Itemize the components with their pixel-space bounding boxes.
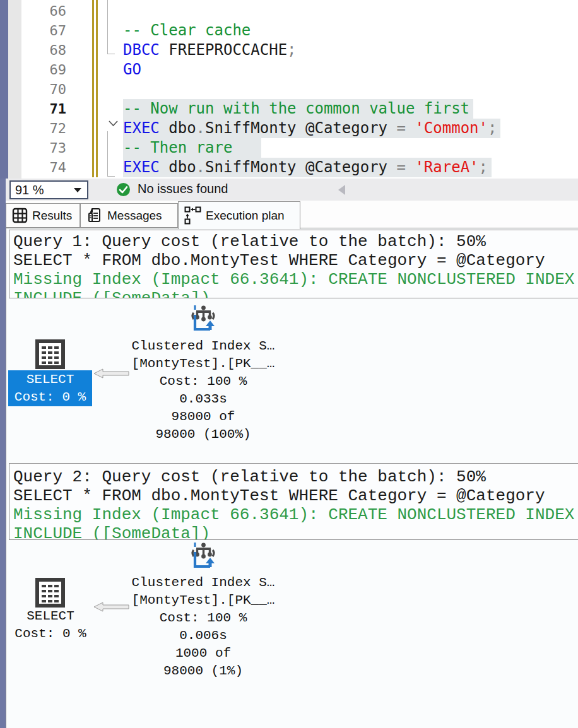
left-window-strip-lower	[0, 179, 6, 728]
scan-node-stat-line: [MontyTest].[PK__…	[102, 355, 304, 373]
code-text: -- Now run with the common value first	[123, 99, 473, 119]
outline-guide-bottom	[107, 131, 115, 177]
collapse-chevron-icon[interactable]	[107, 119, 119, 129]
scan-node-stat-line: 98000 of	[102, 408, 304, 426]
missing-index-text: Missing Index (Impact 66.3641): CREATE N…	[13, 270, 578, 289]
query-cost-text: Query 2: Query cost (relative to the bat…	[13, 467, 578, 486]
line-number: 66	[8, 1, 66, 21]
scan-node-stat-line: 1000 of	[102, 645, 304, 662]
missing-index-text: Missing Index (Impact 66.3641): CREATE N…	[13, 505, 578, 524]
missing-index-text: INCLUDE ([SomeData])	[13, 524, 578, 540]
tab-results[interactable]: Results	[6, 203, 80, 228]
results-tab-bar: Results Messages Execution plan	[6, 201, 578, 228]
code-text: EXEC dbo.SniffMonty @Category = 'RareA';	[123, 158, 492, 177]
track-changes-bar-2	[96, 0, 98, 177]
sql-editor[interactable]: 6667-- Clear cache68DBCC FREEPROCCACHE;6…	[8, 0, 578, 179]
code-text: EXEC dbo.SniffMonty @Category = 'Common'…	[123, 119, 500, 138]
tab-execution-plan-label: Execution plan	[206, 209, 285, 223]
query1-header: Query 1: Query cost (relative to the bat…	[9, 230, 578, 298]
line-number: 72	[8, 119, 66, 138]
zoom-level-value: 91 %	[11, 183, 74, 197]
scan-node-stat-line: 0.033s	[102, 390, 304, 408]
scan-node-stat-line: Cost: 100 %	[102, 373, 304, 390]
query-cost-text: Query 1: Query cost (relative to the bat…	[13, 232, 578, 251]
tab-results-label: Results	[32, 209, 72, 223]
scan-node-stat-line: Clustered Index S…	[102, 574, 304, 592]
select-node-cost: Cost: 0 %	[6, 625, 95, 643]
tab-execution-plan[interactable]: Execution plan	[178, 201, 300, 229]
clustered-index-scan-node-query1[interactable]: Clustered Index S…[MontyTest].[PK__…Cost…	[102, 338, 304, 443]
line-number: 68	[8, 40, 66, 60]
code-text: -- Clear cache	[123, 21, 251, 40]
select-node-query1[interactable]: SELECT Cost: 0 %	[8, 370, 92, 406]
scroll-left-icon[interactable]	[338, 185, 345, 195]
outline-guide-top	[107, 0, 115, 54]
scan-node-stat-line: 98000 (1%)	[102, 662, 304, 680]
code-text: -- Then rare	[123, 138, 261, 158]
scan-node-stat-line: 98000 (100%)	[102, 426, 304, 443]
select-node-query2[interactable]: SELECT Cost: 0 %	[6, 608, 95, 643]
scan-node-stat-line: 0.006s	[102, 627, 304, 645]
results-grid-icon	[12, 208, 28, 223]
scan-node-stat-line: Cost: 100 %	[102, 609, 304, 627]
select-node-label: SELECT	[6, 608, 95, 625]
query2-header: Query 2: Query cost (relative to the bat…	[9, 463, 578, 540]
scan-node-stat-line: [MontyTest].[PK__…	[102, 592, 304, 609]
clustered-index-scan-node-query2[interactable]: Clustered Index S…[MontyTest].[PK__…Cost…	[102, 574, 304, 680]
clustered-index-scan-icon-query2[interactable]	[187, 541, 218, 574]
check-circle-icon	[117, 183, 130, 196]
execution-plan-pane[interactable]: Query 1: Query cost (relative to the bat…	[6, 228, 578, 728]
clustered-index-scan-icon-query1[interactable]	[187, 303, 218, 337]
issues-status-text: No issues found	[138, 182, 228, 196]
line-number: 74	[8, 158, 66, 177]
line-number: 73	[8, 138, 66, 158]
query-cost-text: SELECT * FROM dbo.MontyTest WHERE Catego…	[13, 486, 578, 505]
execution-plan-icon	[184, 206, 201, 225]
line-number: 70	[8, 79, 66, 99]
code-text: DBCC FREEPROCCACHE;	[123, 40, 297, 60]
track-changes-bar	[92, 0, 94, 177]
result-table-icon[interactable]	[35, 339, 65, 372]
dropdown-caret-icon[interactable]	[74, 188, 81, 192]
line-number: 67	[8, 21, 66, 40]
editor-status-bar: 91 % No issues found	[6, 179, 578, 201]
code-text: GO	[123, 60, 141, 79]
scan-node-stat-line: Clustered Index S…	[102, 338, 304, 355]
messages-icon	[86, 207, 103, 224]
missing-index-text: INCLUDE ([SomeData])	[13, 289, 578, 298]
query-cost-text: SELECT * FROM dbo.MontyTest WHERE Catego…	[13, 251, 578, 270]
line-number: 69	[8, 60, 66, 79]
line-number: 71	[8, 99, 66, 119]
zoom-level-dropdown[interactable]: 91 %	[9, 180, 88, 199]
tab-messages[interactable]: Messages	[80, 203, 178, 228]
left-window-strip	[0, 0, 8, 179]
select-node-cost: Cost: 0 %	[8, 389, 92, 406]
result-table-icon-query2[interactable]	[35, 578, 65, 610]
tab-messages-label: Messages	[107, 209, 162, 223]
select-node-label: SELECT	[8, 371, 92, 389]
